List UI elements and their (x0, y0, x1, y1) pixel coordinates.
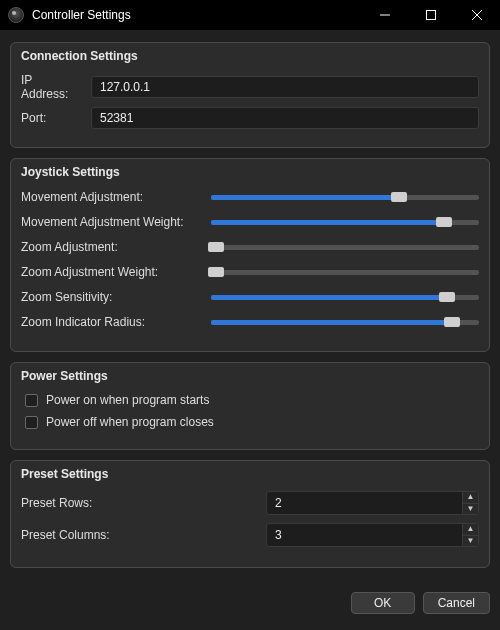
title-bar: Controller Settings (0, 0, 500, 30)
slider-thumb[interactable] (436, 217, 452, 227)
checkbox-label: Power on when program starts (46, 393, 209, 407)
ip-address-label: IP Address: (21, 73, 81, 101)
dialog-button-bar: OK Cancel (0, 588, 500, 624)
slider-thumb[interactable] (439, 292, 455, 302)
preset-rows-label: Preset Rows: (21, 496, 256, 510)
port-label: Port: (21, 111, 81, 125)
slider[interactable] (211, 314, 479, 330)
slider-row: Zoom Adjustment Weight: (21, 264, 479, 280)
preset-cols-up[interactable]: ▲ (463, 524, 478, 536)
slider-thumb[interactable] (208, 242, 224, 252)
preset-rows-spinbox[interactable]: 2 ▲ ▼ (266, 491, 479, 515)
preset-settings-group: Preset Settings Preset Rows: 2 ▲ ▼ Prese… (10, 460, 490, 568)
svg-rect-1 (427, 11, 436, 20)
preset-rows-value: 2 (267, 496, 462, 510)
slider-label: Zoom Indicator Radius: (21, 315, 201, 329)
preset-rows-up[interactable]: ▲ (463, 492, 478, 504)
content-area: Connection Settings IP Address: Port: Jo… (0, 30, 500, 588)
minimize-button[interactable] (362, 0, 408, 30)
power-settings-group: Power Settings Power on when program sta… (10, 362, 490, 450)
checkbox[interactable] (25, 416, 38, 429)
port-input[interactable] (91, 107, 479, 129)
slider-label: Zoom Sensitivity: (21, 290, 201, 304)
slider-thumb[interactable] (444, 317, 460, 327)
checkbox[interactable] (25, 394, 38, 407)
preset-cols-spinbox[interactable]: 3 ▲ ▼ (266, 523, 479, 547)
slider[interactable] (211, 264, 479, 280)
slider-thumb[interactable] (391, 192, 407, 202)
preset-group-title: Preset Settings (21, 467, 479, 481)
slider[interactable] (211, 239, 479, 255)
slider-label: Movement Adjustment: (21, 190, 201, 204)
slider[interactable] (211, 214, 479, 230)
slider-label: Zoom Adjustment: (21, 240, 201, 254)
ok-button[interactable]: OK (351, 592, 415, 614)
preset-cols-label: Preset Columns: (21, 528, 256, 542)
joystick-settings-group: Joystick Settings Movement Adjustment:Mo… (10, 158, 490, 352)
slider[interactable] (211, 189, 479, 205)
slider-row: Movement Adjustment: (21, 189, 479, 205)
joystick-group-title: Joystick Settings (21, 165, 479, 179)
connection-settings-group: Connection Settings IP Address: Port: (10, 42, 490, 148)
app-icon (8, 7, 24, 23)
slider-label: Movement Adjustment Weight: (21, 215, 201, 229)
window-title: Controller Settings (32, 8, 131, 22)
slider-row: Zoom Sensitivity: (21, 289, 479, 305)
slider-label: Zoom Adjustment Weight: (21, 265, 201, 279)
slider[interactable] (211, 289, 479, 305)
ip-address-input[interactable] (91, 76, 479, 98)
cancel-button[interactable]: Cancel (423, 592, 490, 614)
slider-row: Zoom Adjustment: (21, 239, 479, 255)
connection-group-title: Connection Settings (21, 49, 479, 63)
checkbox-label: Power off when program closes (46, 415, 214, 429)
maximize-button[interactable] (408, 0, 454, 30)
checkbox-row: Power on when program starts (25, 393, 475, 407)
slider-thumb[interactable] (208, 267, 224, 277)
preset-cols-value: 3 (267, 528, 462, 542)
preset-rows-down[interactable]: ▼ (463, 504, 478, 515)
close-button[interactable] (454, 0, 500, 30)
slider-row: Movement Adjustment Weight: (21, 214, 479, 230)
power-group-title: Power Settings (21, 369, 479, 383)
preset-cols-down[interactable]: ▼ (463, 536, 478, 547)
checkbox-row: Power off when program closes (25, 415, 475, 429)
slider-row: Zoom Indicator Radius: (21, 314, 479, 330)
